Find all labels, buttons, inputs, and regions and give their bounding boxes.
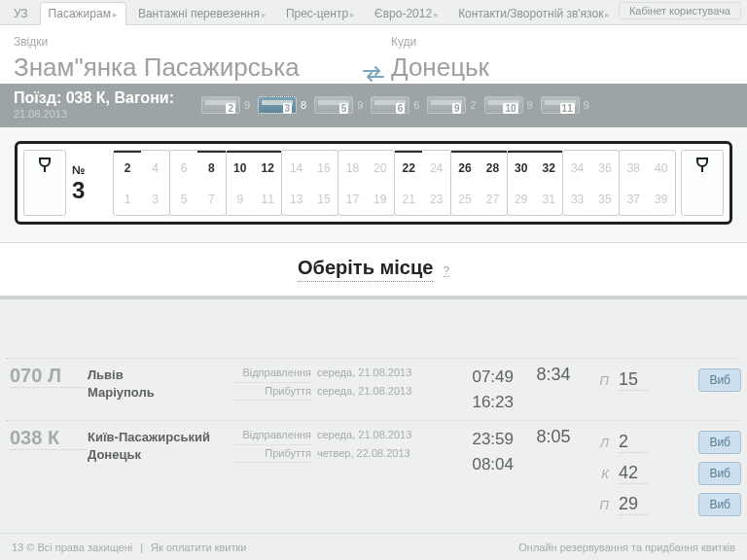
to-label: Куди <box>391 35 733 49</box>
seat: 20 <box>367 151 394 183</box>
seat[interactable]: 22 <box>395 151 422 183</box>
seat: 3 <box>141 183 168 215</box>
seat: 18 <box>338 151 366 183</box>
seat: 11 <box>254 183 281 215</box>
from-input[interactable] <box>14 52 356 83</box>
to-input[interactable] <box>391 52 733 83</box>
prompt-bar: Оберіть місце ? <box>0 243 747 299</box>
to-col: Куди <box>391 35 733 83</box>
seat: 9 <box>227 183 254 215</box>
chevron-right-icon: ▸ <box>350 10 355 19</box>
coupe: 22242123 <box>394 150 451 216</box>
footer-copyright: 13 © Всі права захищені <box>12 542 132 553</box>
chevron-right-icon: ▸ <box>262 10 267 19</box>
from-col: Звідки <box>14 35 356 83</box>
chevron-right-icon: ▸ <box>113 10 118 19</box>
seat: 36 <box>591 151 619 183</box>
help-icon[interactable]: ? <box>444 264 449 277</box>
swap-col <box>356 35 391 83</box>
wagon-icon: 3 <box>258 96 297 114</box>
train-number[interactable]: 070 Л <box>10 365 88 388</box>
seat: 38 <box>620 151 647 183</box>
seat-selection-modal: Поїзд: 038 К, Вагони: 21.08.2013 2938596… <box>0 84 747 401</box>
wagon-number: 10 <box>503 103 517 114</box>
class-count: 15 <box>619 369 650 391</box>
user-cabinet-link[interactable]: Кабінет користувача <box>619 2 741 19</box>
seat: 31 <box>535 183 562 215</box>
select-button[interactable]: Виб <box>698 493 741 516</box>
train-times: 23:5908:04 <box>430 427 514 520</box>
coupe: 18201719 <box>338 150 395 216</box>
select-button[interactable]: Виб <box>698 462 741 485</box>
wagon-chip[interactable]: 38 <box>258 96 306 114</box>
wagon-chip[interactable]: 92 <box>427 96 476 114</box>
train-label: Поїзд: 038 К, Вагони: <box>14 89 174 106</box>
seat[interactable]: 12 <box>254 151 281 183</box>
coupe: 26282527 <box>450 150 508 216</box>
nav-item[interactable]: Пасажирам▸ <box>40 2 126 25</box>
car-number-value: 3 <box>72 177 85 204</box>
wagon-number: 6 <box>396 103 406 114</box>
seat[interactable]: 26 <box>451 151 479 183</box>
wagon-number: 5 <box>339 103 349 114</box>
footer-payments-link[interactable]: Як оплатити квитки <box>151 542 246 553</box>
chevron-right-icon: ▸ <box>605 10 610 19</box>
wagon-icon: 2 <box>201 96 240 114</box>
nav-item[interactable]: Вантажні перевезення▸ <box>130 3 274 24</box>
seat[interactable]: 10 <box>227 151 254 183</box>
wagon-free-count: 9 <box>584 99 589 111</box>
result-row: 070 ЛЛьвівМаріупольВідправленнясереда, 2… <box>6 358 741 420</box>
wagon-chip[interactable]: 109 <box>484 96 533 114</box>
seat[interactable]: 8 <box>197 151 225 183</box>
seat: 1 <box>114 183 141 215</box>
car-number-label: № <box>72 163 85 177</box>
swap-icon[interactable] <box>362 65 385 83</box>
class-row: Л2Виб <box>593 427 741 458</box>
footer-right-link[interactable]: Онлайн резервування та придбання квитків <box>518 542 735 553</box>
train-duration: 8:34 <box>514 365 593 414</box>
wagon-number: 3 <box>283 103 293 114</box>
select-button[interactable]: Виб <box>698 368 741 392</box>
class-letter: Л <box>593 436 609 450</box>
nav-item[interactable]: УЗ <box>6 3 36 24</box>
wagon-free-count: 9 <box>357 99 363 111</box>
seat: 27 <box>479 183 506 215</box>
seat: 6 <box>170 151 197 183</box>
wagon-chip[interactable]: 119 <box>541 96 589 114</box>
class-letter: П <box>593 373 609 388</box>
nav-item[interactable]: Контакти/Зворотній зв'язок▸ <box>450 3 618 24</box>
seat: 5 <box>170 183 197 215</box>
car-number: № 3 <box>72 163 85 204</box>
wagon-icon: 11 <box>541 96 580 114</box>
coupe-row: 2413685710129111416131518201719222421232… <box>113 150 675 216</box>
seat: 39 <box>648 183 675 215</box>
train-route: Київ-ПасажирськийДонецьк <box>88 427 235 520</box>
seat: 35 <box>591 183 619 215</box>
nav-item[interactable]: Прес-центр▸ <box>278 3 363 24</box>
wagon-free-count: 8 <box>301 99 306 111</box>
car-diagram-panel: № 3 241368571012911141613151820171922242… <box>0 127 747 243</box>
seat[interactable]: 30 <box>508 151 535 183</box>
wagon-chip[interactable]: 66 <box>371 96 419 114</box>
seat: 4 <box>141 151 168 183</box>
prompt-text: Оберіть місце <box>298 257 433 282</box>
train-schedule: Відправленнясереда, 21.08.2013Прибуттяче… <box>235 427 430 520</box>
wagon-chip[interactable]: 29 <box>201 96 250 114</box>
seat: 34 <box>563 151 590 183</box>
wagon-chip[interactable]: 59 <box>314 96 363 114</box>
wagon-number: 9 <box>452 103 462 114</box>
seat[interactable]: 28 <box>479 151 506 183</box>
results-table: 070 ЛЛьвівМаріупольВідправленнясереда, 2… <box>0 358 747 531</box>
coupe: 38403739 <box>619 150 676 216</box>
train-duration: 8:05 <box>514 427 593 520</box>
seat: 23 <box>422 183 449 215</box>
train-number[interactable]: 038 К <box>10 427 88 450</box>
wagon-number: 2 <box>226 103 235 114</box>
seat[interactable]: 32 <box>535 151 562 183</box>
wagon-icon: 6 <box>371 96 409 114</box>
coupe: 14161315 <box>281 150 338 216</box>
seat[interactable]: 2 <box>114 151 141 183</box>
select-button[interactable]: Виб <box>698 431 741 454</box>
seat: 17 <box>338 183 366 215</box>
nav-item[interactable]: Євро-2012▸ <box>367 3 446 24</box>
